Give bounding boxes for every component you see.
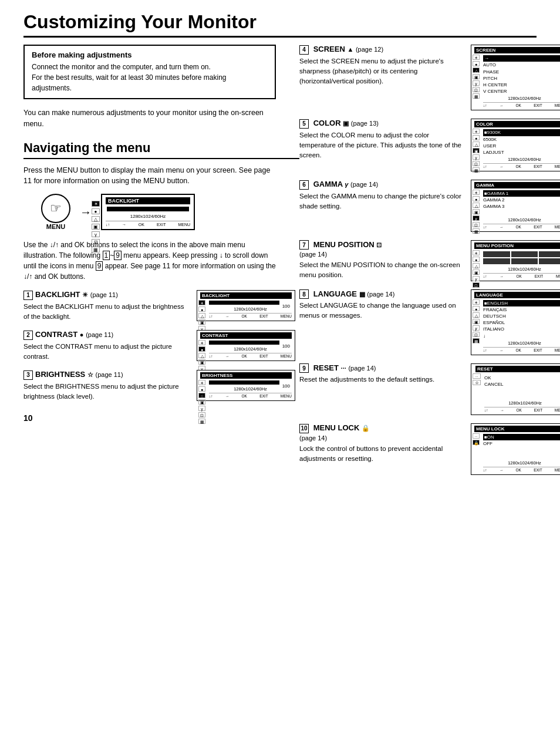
before-box: Before making adjustments Connect the mo… <box>23 45 276 99</box>
s10-desc: Lock the control of buttons to prevent a… <box>299 444 465 464</box>
s1-num: 1 <box>23 291 33 300</box>
s10-num: 10 <box>299 424 309 433</box>
mock-controls: ↓↑→OKEXITMENU <box>106 221 190 227</box>
mock-icons: ☀ ● △ ▣ γ ⊡ ▦ <box>92 201 100 252</box>
s6-heading: 6 GAMMA γ (page 14) <box>299 180 465 190</box>
mock-freq: 1280x1024/60Hz <box>106 214 190 219</box>
s4-heading: 4 SCREEN ▲ (page 12) <box>299 45 465 55</box>
before-heading: Before making adjustments <box>32 50 268 59</box>
s7-heading: 7 MENU POSITION ⊡(page 14) <box>299 240 465 259</box>
s5-monitor: COLOR ☀●△▣γ⊡▦ ■9300K 6500K USER LADJUST … <box>471 119 560 171</box>
page-number: 10 <box>23 413 299 423</box>
section-6: 6 GAMMA γ (page 14) Select the GAMMA men… <box>299 180 560 232</box>
s8-num: 8 <box>299 289 309 299</box>
section-7: 7 MENU POSITION ⊡(page 14) Select the ME… <box>299 240 560 281</box>
s8-desc: Select LANGUAGE to change the language u… <box>299 301 465 321</box>
section-8: 8 LANGUAGE ▦ (page 14) Select LANGUAGE t… <box>299 289 560 355</box>
s8-monitor: LANGUAGE ☀●△▣γ⊡▦ ■ENGLISH FRANÇAIS DEUTS… <box>471 289 560 355</box>
s1-desc: Select the BACKLIGHT menu to adjust the … <box>23 302 190 322</box>
menu-diagram: ☞ MENU → BACKLIGHT ☀ ● △ ▣ γ ⊡ ▦ <box>41 194 299 230</box>
s3-num: 3 <box>23 370 33 380</box>
section-5: 5 COLOR ▣ (page 13) Select the COLOR men… <box>299 119 560 171</box>
s9-heading: 9 RESET ··· (page 14) <box>299 363 465 373</box>
s4-desc: Select the SCREEN menu to adjust the pic… <box>299 56 465 87</box>
s10-monitor: MENU LOCK ··· 🔒 ■ON OFF 1280x1024/60Hz ↓… <box>471 423 560 474</box>
s5-desc: Select the COLOR menu to adjust the colo… <box>299 130 465 161</box>
s7-num: 7 <box>299 240 309 250</box>
s6-num: 6 <box>299 180 309 190</box>
s10-heading: 10 MENU LOCK 🔒(page 14) <box>299 423 465 442</box>
section-10: 10 MENU LOCK 🔒(page 14) Lock the control… <box>299 423 560 474</box>
nav-desc: Press the MENU button to display the mai… <box>23 165 276 187</box>
s5-num: 5 <box>299 119 309 129</box>
mock-title: BACKLIGHT <box>106 197 190 204</box>
arrow-icon: → <box>80 205 92 219</box>
menu-button[interactable]: ☞ <box>41 194 70 223</box>
s9-num: 9 <box>299 363 309 373</box>
s7-monitor: MENU POSITION ☀●△▣γ⊡▦ 1280x1024/60Hz <box>471 240 560 281</box>
s2-heading: 2CONTRAST ● (page 11) <box>23 330 190 340</box>
s6-monitor: GAMMA ☀●△▣γ⊡▦ ■GAMMA 1 GAMMA 2 GAMMA 3 1… <box>471 180 560 232</box>
s4-monitor: SCREEN ☀●△▣γ⊡▦ → AUTO PHASE PITCH H CENT… <box>471 45 560 110</box>
s3-heading: 3BRIGHTNESS ☆ (page 11) <box>23 370 190 380</box>
section-3: 3BRIGHTNESS ☆ (page 11) Select the BRIGH… <box>23 370 299 402</box>
s4-num: 4 <box>299 45 309 55</box>
s2-desc: Select the CONTRAST menu to adjust the p… <box>23 342 190 362</box>
s6-desc: Select the GAMMA menu to change the pict… <box>299 191 465 212</box>
before-text: Connect the monitor and the computer, an… <box>32 62 268 93</box>
mock-bar: 100 <box>107 207 189 211</box>
nav-heading: Navigating the menu <box>23 140 299 159</box>
page-title: Customizing Your Monitor <box>23 12 537 38</box>
use-text: Use the ↓/↑ and OK buttons to select the… <box>23 240 276 282</box>
section-9: 9 RESET ··· (page 14) Reset the adjustme… <box>299 363 560 415</box>
right-column: 4 SCREEN ▲ (page 12) Select the SCREEN m… <box>299 45 560 483</box>
intro-text: You can make numerous adjustments to you… <box>23 107 276 130</box>
section-2: 2CONTRAST ● (page 11) Select the CONTRAS… <box>23 330 299 362</box>
section-1: 1BACKLIGHT ☀ (page 11) Select the BACKLI… <box>23 290 299 322</box>
s8-heading: 8 LANGUAGE ▦ (page 14) <box>299 289 465 299</box>
s1-heading: 1BACKLIGHT ☀ (page 11) <box>23 290 190 300</box>
s3-desc: Select the BRIGHTNESS menu to adjust the… <box>23 382 190 402</box>
s2-num: 2 <box>23 331 33 340</box>
menu-button-label: MENU <box>41 223 70 230</box>
s2-monitor: CONTRAST ☀●△▣γ⊡▦ 100 1280x1024/60Hz ↓↑→O… <box>197 330 299 362</box>
s9-monitor: RESET ··· ⊙ OK CANCEL 1280x1024/60Hz ↓↑→… <box>471 363 560 415</box>
section-4: 4 SCREEN ▲ (page 12) Select the SCREEN m… <box>299 45 560 110</box>
s1-monitor: BACKLIGHT ☀●△▣γ⊡▦ 100 1280x1024/60Hz ↓↑→… <box>197 290 299 322</box>
s7-desc: Select the MENU POSITION to change the o… <box>299 260 465 281</box>
s5-heading: 5 COLOR ▣ (page 13) <box>299 119 465 129</box>
s3-monitor: BRIGHTNESS ☀●☆▣γ⊡▦ 100 1280x1024/60Hz ↓↑… <box>197 370 299 402</box>
main-monitor-mockup: BACKLIGHT ☀ ● △ ▣ γ ⊡ ▦ 100 1280x1024 <box>101 194 195 230</box>
s9-desc: Reset the adjustments to the default set… <box>299 375 465 385</box>
